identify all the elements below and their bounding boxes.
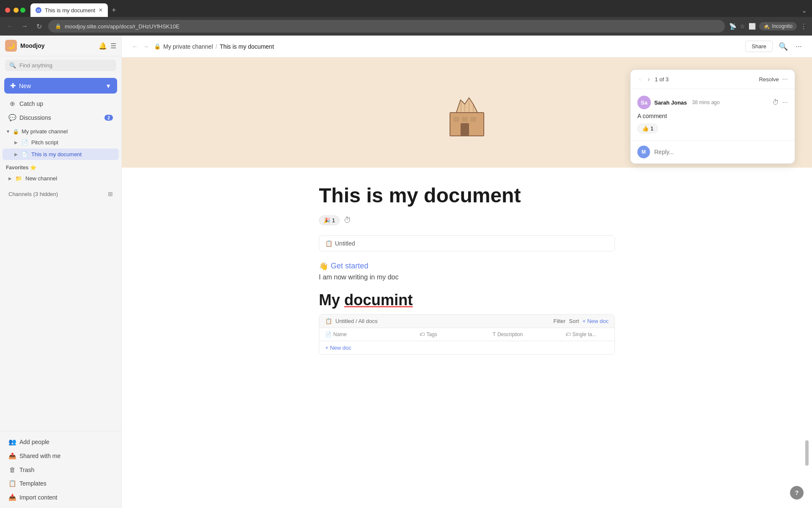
- breadcrumb: 🔒 My private channel / This is my docume…: [154, 43, 742, 50]
- svg-rect-1: [461, 123, 469, 136]
- maximize-window-btn[interactable]: [20, 8, 25, 13]
- sidebar-item-import[interactable]: 📥 Import content: [3, 491, 119, 504]
- comment-body: Sa Sarah Jonas 38 mins ago ⏱ ··· A comme…: [631, 89, 795, 140]
- get-started-link[interactable]: 👋 Get started: [319, 262, 615, 271]
- reaction-party[interactable]: 🎉 1: [319, 215, 340, 225]
- bookmark-icon[interactable]: ☆: [740, 23, 745, 30]
- shared-icon: 📤: [8, 452, 16, 460]
- resolve-button[interactable]: Resolve: [759, 76, 779, 83]
- ssl-lock-icon: 🔒: [55, 23, 61, 29]
- embed-table-breadcrumb: Untitled / All docs: [335, 318, 378, 324]
- cast-icon[interactable]: 📡: [729, 23, 736, 30]
- my-doc-icon: 📄: [21, 151, 28, 157]
- shared-label: Shared with me: [19, 453, 60, 459]
- embed-table-header: 📋 Untitled / All docs Filter Sort + New …: [319, 315, 614, 328]
- comment-author-name: Sarah Jonas: [654, 99, 687, 106]
- scroll-indicator[interactable]: [805, 440, 809, 466]
- breadcrumb-separator: /: [216, 43, 217, 50]
- single-col-label: Single ta...: [572, 331, 596, 337]
- sidebar-item-shared[interactable]: 📤 Shared with me: [3, 449, 119, 463]
- sidebar-item-new-channel[interactable]: ▶ 📁 New channel: [3, 173, 119, 184]
- document-reactions: 🎉 1 ⏱: [319, 215, 615, 225]
- collapse-sidebar-icon[interactable]: ☰: [110, 42, 116, 50]
- embed-filter-btn[interactable]: Filter: [553, 318, 565, 324]
- document-title[interactable]: This is my document: [319, 185, 615, 207]
- comment-count: 1 of 3: [655, 76, 755, 83]
- embed-table-actions: Filter Sort + New doc: [553, 318, 609, 324]
- comment-text: A comment: [637, 113, 788, 119]
- search-box[interactable]: 🔍 Find anything: [5, 60, 116, 71]
- trash-label: Trash: [19, 467, 34, 473]
- comment-more-btn[interactable]: ···: [782, 75, 788, 83]
- toolbar-back-btn[interactable]: ←: [130, 41, 140, 52]
- col-description: T Description: [493, 331, 557, 337]
- favorites-label: Favorites: [6, 165, 28, 171]
- embed-sort-btn[interactable]: Sort: [569, 318, 579, 324]
- new-channel-icon: 📁: [15, 175, 22, 182]
- chrome-menu-icon[interactable]: ⋮: [800, 22, 807, 30]
- more-options-button[interactable]: ···: [794, 40, 804, 52]
- sidebar-item-discussions[interactable]: 💬 Discussions 2: [3, 111, 119, 124]
- sidebar-item-catchup[interactable]: ⊕ Catch up: [3, 97, 119, 110]
- doc-expand-icon: ▶: [14, 152, 18, 157]
- document-table: 📋 Untitled: [319, 235, 615, 251]
- embed-new-doc-row[interactable]: + New doc: [319, 341, 614, 354]
- sidebar-item-trash[interactable]: 🗑 Trash: [3, 463, 119, 476]
- embed-table-icon: 📋: [325, 318, 332, 324]
- embed-new-doc-btn[interactable]: + New doc: [582, 318, 609, 324]
- hero-illustration: [433, 79, 501, 146]
- new-button[interactable]: ✚ New ▼: [4, 78, 117, 94]
- reaction-party-count: 1: [332, 217, 335, 224]
- close-window-btn[interactable]: [5, 8, 10, 13]
- comment-options-icon[interactable]: ···: [782, 99, 788, 106]
- sidebar-item-add-people[interactable]: 👥 Add people: [3, 435, 119, 449]
- sidebar-item-pitch-script[interactable]: ▶ 📄 Pitch script: [3, 137, 119, 148]
- new-button-label: New: [19, 83, 31, 89]
- my-document-label: This is my document: [31, 151, 82, 157]
- share-button[interactable]: Share: [745, 41, 773, 52]
- sidebar-item-templates[interactable]: 📋 Templates: [3, 477, 119, 490]
- sidebar-nav: ✚ New ▼ ⊕ Catch up 💬 Discussions 2 ▼ 🔒 M…: [0, 75, 121, 431]
- sidebar-channels-hidden[interactable]: Channels (3 hidden) ⊞: [3, 188, 119, 200]
- toolbar-forward-btn[interactable]: →: [141, 41, 151, 52]
- new-tab-btn[interactable]: +: [108, 4, 120, 16]
- minimize-window-btn[interactable]: [14, 8, 19, 13]
- document-toolbar: ← → 🔒 My private channel / This is my do…: [122, 36, 812, 58]
- reply-input[interactable]: [654, 149, 788, 155]
- comment-thumbs-up-reaction[interactable]: 👍 1: [637, 124, 658, 133]
- reload-btn[interactable]: ↻: [34, 22, 44, 30]
- sidebar-channel-header[interactable]: ▼ 🔒 My private channel: [0, 125, 121, 136]
- browser-tab-active[interactable]: M This is my document ✕: [30, 3, 108, 17]
- table-cell-untitled[interactable]: 📋 Untitled: [319, 236, 614, 251]
- new-button-dropdown-icon: ▼: [105, 83, 111, 89]
- incognito-badge: 🕵 Incognito: [759, 22, 797, 30]
- comment-prev-btn[interactable]: ‹: [637, 75, 643, 83]
- forward-btn[interactable]: →: [19, 22, 30, 30]
- search-button[interactable]: 🔍: [777, 40, 790, 53]
- channel-name: My private channel: [22, 128, 68, 135]
- help-button[interactable]: ?: [790, 486, 804, 500]
- tags-col-icon: 🏷: [420, 331, 425, 337]
- tab-manager-icon[interactable]: ⬜: [749, 23, 756, 30]
- comment-reaction-add-icon[interactable]: ⏱: [772, 99, 779, 106]
- heading-text-underlined: documint: [344, 291, 413, 309]
- import-icon: 📥: [8, 494, 16, 501]
- notification-icon[interactable]: 🔔: [99, 42, 107, 50]
- table-cell-label: Untitled: [335, 240, 355, 247]
- catchup-icon: ⊕: [8, 100, 16, 108]
- channel-collapse-icon: ▼: [6, 129, 10, 134]
- comment-next-btn[interactable]: ›: [646, 75, 652, 83]
- new-channel-expand-icon: ▶: [8, 176, 12, 181]
- embedded-table: 📋 Untitled / All docs Filter Sort + New …: [319, 314, 615, 355]
- svg-rect-4: [470, 117, 476, 122]
- tab-bar: M This is my document ✕ + ⌄: [0, 0, 812, 17]
- add-reaction-button[interactable]: ⏱: [344, 216, 351, 225]
- discussions-label: Discussions: [19, 114, 51, 121]
- sidebar-item-my-document[interactable]: ▶ 📄 This is my document: [3, 149, 119, 160]
- back-btn[interactable]: ←: [5, 22, 15, 30]
- tab-close-btn[interactable]: ✕: [99, 7, 103, 13]
- breadcrumb-channel[interactable]: My private channel: [163, 43, 213, 50]
- url-bar[interactable]: 🔒 moodjoy.slite.com/app/docs/r_DHzUYfHSK…: [48, 20, 725, 33]
- toolbar-nav: ← →: [130, 41, 151, 52]
- incognito-icon: 🕵: [763, 23, 770, 29]
